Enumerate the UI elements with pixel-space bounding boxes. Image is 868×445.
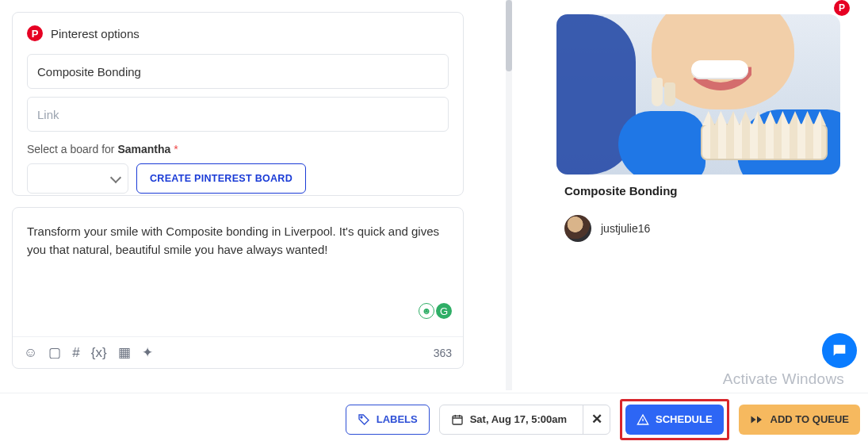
schedule-button[interactable]: SCHEDULE xyxy=(625,405,724,435)
footer-bar: LABELS Sat, Aug 17, 5:00am ✕ SCHEDULE AD… xyxy=(0,393,868,445)
chevron-down-icon xyxy=(110,171,121,182)
add-to-queue-button[interactable]: ADD TO QUEUE xyxy=(739,405,860,435)
pin-link-input[interactable] xyxy=(27,97,449,132)
clear-datetime-button[interactable]: ✕ xyxy=(583,405,610,435)
avatar xyxy=(564,215,591,242)
hashtag-icon[interactable]: # xyxy=(72,345,79,361)
svg-point-0 xyxy=(361,416,362,418)
schedule-datetime-picker[interactable]: Sat, Aug 17, 5:00am ✕ xyxy=(439,405,610,435)
pinterest-icon: P xyxy=(834,0,850,16)
schedule-button-label: SCHEDULE xyxy=(656,413,713,425)
add-to-queue-label: ADD TO QUEUE xyxy=(770,413,849,425)
pinterest-icon: P xyxy=(27,25,43,41)
preview-author: justjulie16 xyxy=(556,215,845,242)
chat-icon xyxy=(831,342,848,359)
required-asterisk: * xyxy=(174,143,178,155)
variable-icon[interactable]: {x} xyxy=(91,345,107,361)
grammarly-icon: G xyxy=(436,303,452,319)
pinterest-options-card: P Pinterest options Select a board for S… xyxy=(12,12,464,196)
board-select-label: Select a board for Samantha * xyxy=(27,143,449,155)
grammarly-tone-icon: ☻ xyxy=(419,303,434,319)
preview-pane: P Composite Bonding justjulie16 xyxy=(556,14,845,242)
fast-forward-icon xyxy=(750,414,764,425)
calendar-icon xyxy=(451,413,464,426)
scrollbar-thumb[interactable] xyxy=(506,0,512,71)
help-chat-button[interactable] xyxy=(822,333,857,368)
pinterest-options-title: Pinterest options xyxy=(51,27,140,40)
preview-username: justjulie16 xyxy=(601,222,650,235)
emoji-icon[interactable]: ☺ xyxy=(24,345,37,361)
labels-button-label: LABELS xyxy=(377,413,418,425)
board-label-name: Samantha xyxy=(117,143,170,155)
image-icon[interactable]: ▢ xyxy=(48,344,61,361)
board-select[interactable] xyxy=(27,163,128,194)
tag-icon xyxy=(358,413,370,426)
board-label-prefix: Select a board for xyxy=(27,143,117,155)
compose-pane: P Pinterest options Select a board for S… xyxy=(0,0,476,392)
pin-title-input[interactable] xyxy=(27,54,449,89)
schedule-button-highlight: SCHEDULE xyxy=(620,399,729,440)
create-pinterest-board-button[interactable]: CREATE PINTEREST BOARD xyxy=(136,163,306,194)
svg-rect-1 xyxy=(453,416,462,424)
schedule-datetime-label: Sat, Aug 17, 5:00am xyxy=(470,413,576,425)
grammarly-widget[interactable]: ☻ G xyxy=(419,303,452,319)
sparkle-icon[interactable]: ✦ xyxy=(142,344,153,361)
composer-toolbar: ☺ ▢ # {x} ▦ ✦ 363 xyxy=(13,336,463,368)
description-textarea[interactable]: Transform your smile with Composite bond… xyxy=(27,222,449,259)
windows-watermark-line1: Activate Windows xyxy=(723,370,844,388)
preview-image xyxy=(556,14,840,175)
alert-triangle-icon xyxy=(637,413,649,426)
char-counter: 363 xyxy=(434,347,452,359)
grid-icon[interactable]: ▦ xyxy=(118,344,131,361)
description-card: Transform your smile with Composite bond… xyxy=(12,207,464,369)
labels-button[interactable]: LABELS xyxy=(346,405,430,435)
preview-title: Composite Bonding xyxy=(556,184,845,198)
